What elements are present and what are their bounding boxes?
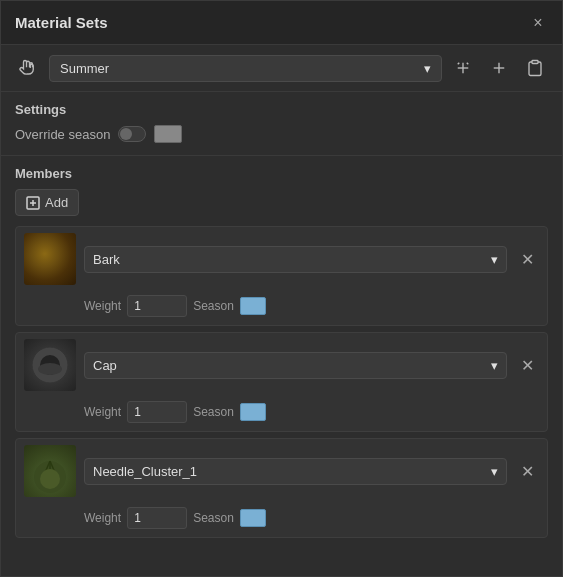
member-dropdown-arrow-cap: ▾: [491, 358, 498, 373]
member-thumbnail-bark: [24, 233, 76, 285]
svg-line-2: [458, 63, 460, 65]
settings-section: Settings Override season: [1, 92, 562, 156]
weight-input-needle[interactable]: [127, 507, 187, 529]
edit-icon-button[interactable]: [448, 53, 478, 83]
panel-title: Material Sets: [15, 14, 108, 31]
material-sets-panel: Material Sets × Summer ▾: [0, 0, 563, 577]
members-title: Members: [15, 166, 548, 181]
toolbar: Summer ▾: [1, 45, 562, 92]
member-top-row-needle: Needle_Cluster_1 ▾ ✕: [16, 439, 547, 503]
member-top-row-bark: Bark ▾ ✕: [16, 227, 547, 291]
weight-label-bark: Weight: [84, 299, 121, 313]
season-label-cap: Season: [193, 405, 234, 419]
season-swatch-bark[interactable]: [240, 297, 266, 315]
add-member-button[interactable]: Add: [15, 189, 79, 216]
svg-point-17: [40, 469, 60, 489]
selected-set-label: Summer: [60, 61, 109, 76]
season-label-needle: Season: [193, 511, 234, 525]
member-bottom-row-cap: Weight Season: [16, 397, 547, 431]
member-item-bark: Bark ▾ ✕ Weight Season: [15, 226, 548, 326]
override-season-label: Override season: [15, 127, 110, 142]
member-bottom-row-bark: Weight Season: [16, 291, 547, 325]
season-swatch-cap[interactable]: [240, 403, 266, 421]
clipboard-icon-button[interactable]: [520, 53, 550, 83]
svg-point-12: [38, 363, 62, 375]
member-name-cap: Cap: [93, 358, 117, 373]
close-button[interactable]: ×: [528, 13, 548, 33]
member-dropdown-cap[interactable]: Cap ▾: [84, 352, 507, 379]
weight-label-cap: Weight: [84, 405, 121, 419]
member-name-bark: Bark: [93, 252, 120, 267]
svg-line-3: [467, 63, 469, 65]
member-bottom-row-needle: Weight Season: [16, 503, 547, 537]
member-thumbnail-cap: [24, 339, 76, 391]
svg-rect-6: [532, 61, 538, 64]
member-dropdown-bark[interactable]: Bark ▾: [84, 246, 507, 273]
season-swatch-needle[interactable]: [240, 509, 266, 527]
hand-icon[interactable]: [13, 53, 43, 83]
member-name-needle: Needle_Cluster_1: [93, 464, 197, 479]
override-season-row: Override season: [15, 125, 548, 143]
member-dropdown-arrow-bark: ▾: [491, 252, 498, 267]
weight-label-needle: Weight: [84, 511, 121, 525]
member-thumbnail-needle: [24, 445, 76, 497]
override-season-color-swatch[interactable]: [154, 125, 182, 143]
member-dropdown-needle[interactable]: Needle_Cluster_1 ▾: [84, 458, 507, 485]
member-item-needle: Needle_Cluster_1 ▾ ✕ Weight Season: [15, 438, 548, 538]
add-icon-button[interactable]: [484, 53, 514, 83]
weight-input-cap[interactable]: [127, 401, 187, 423]
set-selector-dropdown[interactable]: Summer ▾: [49, 55, 442, 82]
dropdown-arrow-icon: ▾: [424, 61, 431, 76]
settings-title: Settings: [15, 102, 548, 117]
member-dropdown-arrow-needle: ▾: [491, 464, 498, 479]
add-button-label: Add: [45, 195, 68, 210]
remove-bark-button[interactable]: ✕: [515, 247, 539, 271]
season-label-bark: Season: [193, 299, 234, 313]
weight-input-bark[interactable]: [127, 295, 187, 317]
members-section: Members Add Bark ▾ ✕ Weight Season: [1, 156, 562, 576]
member-item-cap: Cap ▾ ✕ Weight Season: [15, 332, 548, 432]
member-top-row-cap: Cap ▾ ✕: [16, 333, 547, 397]
override-season-toggle[interactable]: [118, 126, 146, 142]
remove-cap-button[interactable]: ✕: [515, 353, 539, 377]
remove-needle-button[interactable]: ✕: [515, 459, 539, 483]
title-bar: Material Sets ×: [1, 1, 562, 45]
